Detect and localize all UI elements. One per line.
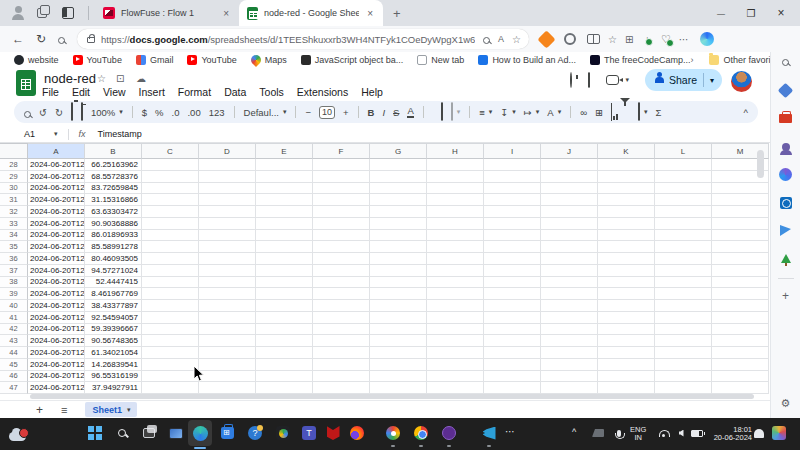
- cell-empty[interactable]: [427, 241, 484, 253]
- cell-empty[interactable]: [427, 312, 484, 324]
- cell-empty[interactable]: [256, 241, 313, 253]
- cell-empty[interactable]: [256, 312, 313, 324]
- cell-empty[interactable]: [427, 382, 484, 394]
- tray-chevron-icon[interactable]: ^: [572, 428, 576, 436]
- edge-taskbar-icon[interactable]: [191, 424, 209, 442]
- cell-timestamp[interactable]: 2024-06-20T12:2: [28, 371, 85, 383]
- cell-empty[interactable]: [370, 371, 427, 383]
- row-header[interactable]: 29: [0, 171, 28, 183]
- cell-empty[interactable]: [541, 230, 598, 242]
- row-header[interactable]: 38: [0, 277, 28, 289]
- cell-empty[interactable]: [313, 359, 370, 371]
- row-header[interactable]: 40: [0, 300, 28, 312]
- cell-empty[interactable]: [313, 253, 370, 265]
- select-all-corner[interactable]: [0, 143, 28, 159]
- cell-empty[interactable]: [313, 183, 370, 195]
- row-header[interactable]: 30: [0, 183, 28, 195]
- cell-empty[interactable]: [142, 335, 199, 347]
- cell-empty[interactable]: [655, 218, 712, 230]
- cell-empty[interactable]: [484, 382, 541, 394]
- print-icon[interactable]: [71, 103, 73, 121]
- cell-timestamp[interactable]: 2024-06-20T12:2: [28, 265, 85, 277]
- cell-empty[interactable]: [484, 347, 541, 359]
- cell-empty[interactable]: [655, 277, 712, 289]
- cell-timestamp[interactable]: 2024-06-20T12:2: [28, 312, 85, 324]
- profile-icon[interactable]: [10, 5, 26, 21]
- cell-empty[interactable]: [256, 277, 313, 289]
- cell-timestamp[interactable]: 2024-06-20T12:2: [28, 171, 85, 183]
- increase-font-size-button[interactable]: +: [343, 107, 349, 118]
- cell-empty[interactable]: [427, 277, 484, 289]
- notifications-bell-icon[interactable]: [750, 424, 768, 442]
- cell-empty[interactable]: [484, 171, 541, 183]
- more-formats-button[interactable]: 123: [209, 107, 225, 118]
- microsoft-store-icon[interactable]: [218, 424, 236, 442]
- cell-empty[interactable]: [142, 371, 199, 383]
- cell-empty[interactable]: [427, 230, 484, 242]
- sidebar-games-icon[interactable]: [778, 139, 793, 154]
- cell-empty[interactable]: [427, 253, 484, 265]
- cell-empty[interactable]: [199, 265, 256, 277]
- cell-empty[interactable]: [142, 277, 199, 289]
- sheets-logo-icon[interactable]: [16, 70, 36, 96]
- cell-empty[interactable]: [484, 183, 541, 195]
- row-header[interactable]: 44: [0, 347, 28, 359]
- cell-empty[interactable]: [655, 382, 712, 394]
- cell-empty[interactable]: [370, 265, 427, 277]
- cell-empty[interactable]: [370, 241, 427, 253]
- cell-value[interactable]: 8.461967769: [85, 288, 142, 300]
- cell-empty[interactable]: [655, 171, 712, 183]
- cell-empty[interactable]: [598, 171, 655, 183]
- cell-empty[interactable]: [427, 183, 484, 195]
- vertical-scrollbar[interactable]: [757, 150, 764, 178]
- cell-value[interactable]: 92.54594057: [85, 312, 142, 324]
- wifi-icon[interactable]: [655, 424, 673, 442]
- row-header[interactable]: 34: [0, 230, 28, 242]
- borders-icon[interactable]: [441, 103, 443, 121]
- cell-empty[interactable]: [256, 300, 313, 312]
- cell-value[interactable]: 90.56748365: [85, 335, 142, 347]
- row-header[interactable]: 35: [0, 241, 28, 253]
- cell-empty[interactable]: [541, 171, 598, 183]
- language-indicator[interactable]: ENGIN: [630, 426, 646, 442]
- cell-empty[interactable]: [313, 288, 370, 300]
- cell-timestamp[interactable]: 2024-06-20T12:2: [28, 218, 85, 230]
- paint-format-icon[interactable]: [81, 103, 83, 121]
- bookmark-item[interactable]: website: [14, 55, 59, 65]
- cell-empty[interactable]: [541, 206, 598, 218]
- version-history-icon[interactable]: [570, 73, 572, 87]
- cell-value[interactable]: 86.01896933: [85, 230, 142, 242]
- minimize-button[interactable]: —: [706, 0, 736, 26]
- menu-insert[interactable]: Insert: [139, 86, 165, 98]
- move-folder-icon[interactable]: ⊡: [116, 73, 124, 84]
- weather-widget-icon[interactable]: [8, 427, 26, 445]
- cell-empty[interactable]: [142, 159, 199, 171]
- cell-empty[interactable]: [370, 159, 427, 171]
- cell-empty[interactable]: [142, 218, 199, 230]
- clock-date[interactable]: 18:0120-06-2024: [706, 426, 752, 442]
- cell-timestamp[interactable]: 2024-06-20T12:2: [28, 335, 85, 347]
- cell-empty[interactable]: [370, 277, 427, 289]
- cell-empty[interactable]: [598, 241, 655, 253]
- favorites-bar-icon[interactable]: ☆: [608, 34, 617, 45]
- cell-empty[interactable]: [541, 382, 598, 394]
- cell-empty[interactable]: [484, 312, 541, 324]
- font-select[interactable]: Defaul...: [244, 107, 279, 118]
- cell-value[interactable]: 37.94927911: [85, 382, 142, 394]
- cell-empty[interactable]: [313, 300, 370, 312]
- column-header-f[interactable]: F: [313, 143, 370, 159]
- cell-empty[interactable]: [370, 335, 427, 347]
- cell-value[interactable]: 96.55316199: [85, 371, 142, 383]
- cell-empty[interactable]: [142, 230, 199, 242]
- cell-empty[interactable]: [598, 347, 655, 359]
- cell-empty[interactable]: [541, 194, 598, 206]
- cell-empty[interactable]: [655, 265, 712, 277]
- cell-empty[interactable]: [598, 382, 655, 394]
- sidebar-toolbox-icon[interactable]: [778, 111, 793, 126]
- user-avatar[interactable]: [731, 71, 752, 92]
- cell-empty[interactable]: [313, 171, 370, 183]
- row-header[interactable]: 46: [0, 371, 28, 383]
- bookmark-item[interactable]: The freeCodeCamp...: [590, 55, 691, 65]
- favorite-star-icon[interactable]: ☆: [512, 34, 521, 45]
- horizontal-scrollbar[interactable]: [30, 394, 754, 399]
